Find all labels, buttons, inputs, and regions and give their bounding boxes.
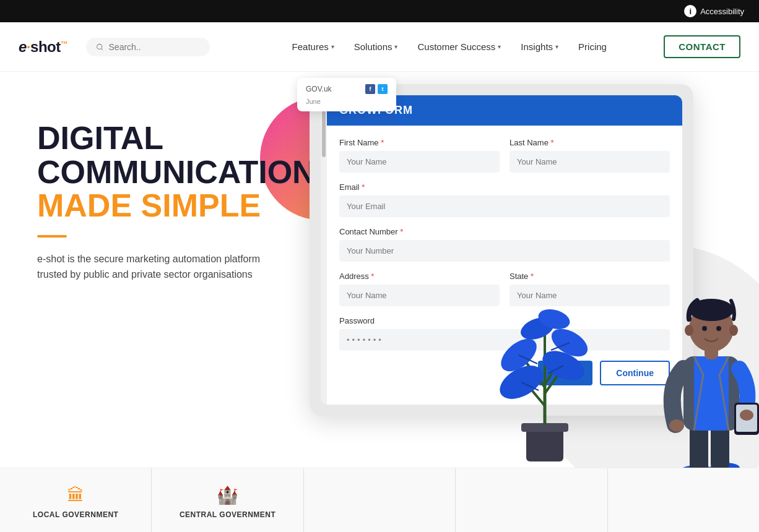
nav-item-pricing[interactable]: Pricing: [570, 36, 615, 57]
scroll-thumb: [322, 108, 326, 157]
govuk-card: GOV.uk f t June: [297, 78, 396, 111]
nav-item-features[interactable]: Features ▾: [284, 36, 343, 57]
svg-point-29: [740, 410, 753, 421]
address-label: Address *: [339, 272, 500, 281]
logo-text: e·shot™: [19, 38, 67, 56]
bottom-item-placeholder-3: [608, 468, 759, 532]
bottom-item-placeholder-2: [456, 468, 607, 532]
hero-section: DIGITAL COMMUNICATION MADE SIMPLE e-shot…: [0, 72, 759, 468]
form-row-email: Email *: [339, 182, 670, 217]
facebook-icon: f: [365, 84, 375, 94]
form-row-name: First Name * Last Name *: [339, 138, 670, 173]
form-group-email: Email *: [339, 182, 670, 217]
scroll-bar[interactable]: [321, 95, 327, 405]
accessibility-icon: i: [684, 5, 696, 17]
central-government-label: CENTRAL GOVERNMENT: [180, 510, 275, 519]
accessibility-bar[interactable]: i Accessibility: [684, 5, 744, 17]
email-label: Email *: [339, 182, 670, 192]
svg-point-33: [702, 326, 707, 331]
form-group-lastname: Last Name *: [510, 138, 670, 173]
nav-item-customer-success[interactable]: Customer Success ▾: [409, 36, 510, 57]
twitter-icon: t: [378, 84, 388, 94]
hero-divider: [37, 235, 67, 238]
hero-left: DIGITAL COMMUNICATION MADE SIMPLE e-shot…: [0, 72, 285, 468]
svg-point-34: [716, 326, 721, 331]
last-name-label: Last Name *: [510, 138, 670, 147]
chevron-down-icon: ▾: [331, 43, 334, 50]
form-row-contact: Contact Number *: [339, 227, 670, 262]
svg-point-36: [729, 325, 738, 336]
hero-right: GOV.uk f t June GROWFORM: [285, 72, 759, 468]
local-government-label: LOCAL GOVERNMENT: [33, 510, 118, 519]
chevron-down-icon: ▾: [394, 43, 397, 50]
local-government-icon: 🏛: [67, 485, 84, 505]
hero-title: DIGITAL COMMUNICATION MADE SIMPLE: [37, 121, 266, 223]
hero-description: e-shot is the secure marketing automatio…: [37, 251, 266, 283]
header: e·shot™ Features ▾ Solutions ▾ Customer …: [0, 22, 759, 72]
nav-item-solutions[interactable]: Solutions ▾: [345, 36, 407, 57]
svg-rect-2: [526, 427, 563, 461]
govuk-date: June: [306, 98, 388, 105]
main-nav: Features ▾ Solutions ▾ Customer Success …: [235, 36, 664, 57]
nav-item-insights[interactable]: Insights ▾: [512, 36, 567, 57]
govuk-url: GOV.uk: [306, 85, 332, 93]
first-name-input[interactable]: [339, 151, 500, 173]
contact-number-label: Contact Number *: [339, 227, 670, 236]
svg-point-26: [669, 419, 684, 432]
svg-line-1: [102, 48, 103, 49]
person-illustration: [654, 245, 759, 468]
last-name-input[interactable]: [510, 151, 670, 173]
form-group-contact: Contact Number *: [339, 227, 670, 262]
contact-button[interactable]: CONTACT: [664, 35, 740, 58]
contact-number-input[interactable]: [339, 240, 670, 262]
bottom-section: 🏛 LOCAL GOVERNMENT 🏰 CENTRAL GOVERNMENT: [0, 468, 759, 532]
form-group-address: Address *: [339, 272, 500, 306]
svg-point-35: [685, 325, 693, 336]
svg-point-0: [97, 44, 102, 49]
chevron-down-icon: ▾: [498, 43, 501, 50]
bottom-item-central-gov[interactable]: 🏰 CENTRAL GOVERNMENT: [152, 468, 303, 532]
bottom-item-local-gov[interactable]: 🏛 LOCAL GOVERNMENT: [0, 468, 152, 532]
search-box[interactable]: [86, 38, 210, 56]
plant-illustration: [483, 270, 607, 468]
email-input[interactable]: [339, 195, 670, 217]
accessibility-label: Accessibility: [700, 7, 744, 16]
logo[interactable]: e·shot™: [19, 38, 67, 56]
search-icon: [96, 43, 103, 51]
search-input[interactable]: [109, 42, 201, 52]
address-input[interactable]: [339, 285, 500, 306]
chevron-down-icon: ▾: [555, 43, 558, 50]
central-government-icon: 🏰: [217, 485, 238, 505]
bottom-item-placeholder-1: [304, 468, 456, 532]
first-name-label: First Name *: [339, 138, 500, 147]
form-group-firstname: First Name *: [339, 138, 500, 173]
top-bar: i Accessibility: [0, 0, 759, 22]
